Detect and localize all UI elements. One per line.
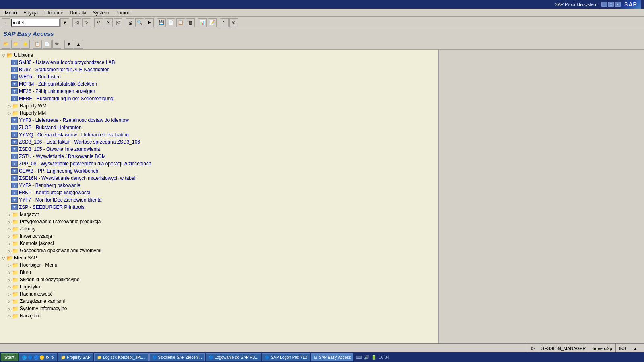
down-arrow[interactable]: ▼ xyxy=(64,40,73,49)
tree-item-przygotowanie[interactable]: ▷ 📁 Przygotowanie i sterowanie produkcja xyxy=(0,218,438,225)
magazyn-toggle[interactable]: ▷ xyxy=(6,212,12,217)
przygotowanie-toggle[interactable]: ▷ xyxy=(6,219,12,224)
tree-item-yyf7[interactable]: T YYF7 - Monitor IDoc Zamowien klienta xyxy=(0,196,438,204)
taskbar-projekty[interactable]: 📁 Projekty SAP xyxy=(58,353,93,361)
collapse-tree[interactable]: 📁 xyxy=(11,40,20,49)
zse16n-label: ZSE16N - Wyswietlanie danych materialowy… xyxy=(19,175,136,181)
tree-item-yymq[interactable]: T YYMQ - Ocena dostawców - Lleferanten e… xyxy=(0,131,438,138)
transaction-input[interactable] xyxy=(11,19,60,27)
tree-item-logistyka[interactable]: ▷ 📁 Logistyka xyxy=(0,283,438,290)
tree-item-kontrola[interactable]: ▷ 📁 Kontrola jakosci xyxy=(0,240,438,247)
menu-item-ulubione[interactable]: Ulubione xyxy=(41,9,66,16)
raporty-wm-toggle[interactable]: ▷ xyxy=(6,103,12,109)
tree-item-cewb[interactable]: T CEWB - PP: Engineering Workbench xyxy=(0,167,438,175)
tree-item-zpp08[interactable]: T ZPP_08 - Wyswietlanie potwierdzen dla … xyxy=(0,160,438,167)
tree-item-zarzadzanie[interactable]: ▷ 📁 Zarządzanie kadrami xyxy=(0,298,438,305)
taskbar-saplogon[interactable]: 🔵 SAP Logon Pad 710 xyxy=(262,353,310,361)
up-arrow[interactable]: ▲ xyxy=(74,40,83,49)
tree-item-zlop[interactable]: T ZLOP - Rukstand Lieferanten xyxy=(0,124,438,131)
tree-item-we05[interactable]: T WE05 - IDoc-Listen xyxy=(0,73,438,80)
taskbar-logistik[interactable]: 📁 Logistik-Konzept_3PL... xyxy=(94,353,149,361)
tree-item-raporty-wm[interactable]: ▷ 📁 Raporty WM xyxy=(0,102,438,109)
tree-item-zsd3105[interactable]: T ZSD3_105 - Otwarte linie zamowienia xyxy=(0,146,438,153)
kontrola-toggle[interactable]: ▷ xyxy=(6,241,12,246)
narzedzia-toggle[interactable]: ▷ xyxy=(6,313,12,319)
tree-item-narzedzia[interactable]: ▷ 📁 Narzędzia xyxy=(0,312,438,319)
tree-item-mcrm[interactable]: T MCRM - Zählpunktstatistik-Selektion xyxy=(0,80,438,88)
section-ulubione-header[interactable]: ▽ 📂 Ulubione xyxy=(0,51,438,59)
tree-item-yyfa[interactable]: T YYFA - Bensberg pakowanie xyxy=(0,182,438,189)
taskbar-szkolenie[interactable]: 🔵 Szkolenie SAP Zleceni... xyxy=(149,353,205,361)
print[interactable]: 🖨 xyxy=(126,18,134,27)
tree-item-zse16n[interactable]: T ZSE16N - Wyswietlanie danych materialo… xyxy=(0,175,438,182)
expand-tree[interactable]: 📂 xyxy=(2,40,10,49)
taskbar-easy-access[interactable]: 🖥 SAP Easy Access xyxy=(311,353,353,361)
save[interactable]: 💾 xyxy=(157,18,166,27)
menu-item-menu[interactable]: Menu xyxy=(2,9,20,16)
ulubione-toggle[interactable]: ▽ xyxy=(1,52,6,58)
restore-button[interactable]: □ xyxy=(608,2,614,7)
zakupy-toggle[interactable]: ▷ xyxy=(6,226,12,232)
gospodarka-toggle[interactable]: ▷ xyxy=(6,248,12,253)
logistyka-toggle[interactable]: ▷ xyxy=(6,284,12,290)
section-menu-sap-header[interactable]: ▽ 📂 Menu SAP xyxy=(0,254,438,261)
rachunkowosc-toggle[interactable]: ▷ xyxy=(6,291,12,297)
tree-item-zsp[interactable]: T ZSP - SEEBURGER Printtools xyxy=(0,204,438,211)
menu-item-pomoc[interactable]: Pomoc xyxy=(112,9,133,16)
nav-forward1[interactable]: ▷ xyxy=(82,18,91,27)
taskbar-app-icons[interactable]: 🌐 🔵 🌀 🟡 ♻ 🖱 xyxy=(19,353,57,361)
tree-item-skladniki[interactable]: ▷ 📁 Składniki międzyaplikacyjne xyxy=(0,276,438,283)
systemy-toggle[interactable]: ▷ xyxy=(6,306,12,311)
raporty-mm-toggle[interactable]: ▷ xyxy=(6,110,12,116)
back-button[interactable]: ← xyxy=(2,18,10,27)
refresh[interactable]: ↺ xyxy=(94,18,103,27)
skladniki-toggle[interactable]: ▷ xyxy=(6,277,12,282)
menu-item-dodatki[interactable]: Dodatki xyxy=(66,9,89,16)
cancel[interactable]: ✕ xyxy=(104,18,113,27)
create2[interactable]: 📋 xyxy=(176,18,185,27)
start-button[interactable]: Start xyxy=(1,353,18,361)
input-help[interactable]: ▼ xyxy=(60,18,69,27)
tree-item-rachunkowosc[interactable]: ▷ 📁 Rachunkowość xyxy=(0,290,438,298)
menu-item-system[interactable]: System xyxy=(89,9,112,16)
nav-first[interactable]: |◁ xyxy=(114,18,122,27)
tree-item-zsd3106[interactable]: T ZSD3_106 - Lista faktur - Wartosc sprz… xyxy=(0,138,438,146)
delete[interactable]: 🗑 xyxy=(186,18,195,27)
tree-item-mfbf[interactable]: T MFBF - Rückmeldung in der Serienfertig… xyxy=(0,95,438,102)
inwentaryzacja-toggle[interactable]: ▷ xyxy=(6,233,12,239)
biuro-toggle[interactable]: ▷ xyxy=(6,269,12,275)
tree-item-sm30[interactable]: T SM30 - Ustawienia Idoc's przychodzace … xyxy=(0,59,438,66)
tree-item-raporty-mm[interactable]: ▷ 📁 Raporty MM xyxy=(0,109,438,117)
create[interactable]: 📄 xyxy=(167,18,175,27)
tree-item-zstu[interactable]: T ZSTU - Wyswietlanie / Drukowanie BOM xyxy=(0,153,438,160)
settings[interactable]: ⚙ xyxy=(229,18,238,27)
worklist[interactable]: 📝 xyxy=(208,18,217,27)
tree-item-hoerbiger[interactable]: ▷ 📁 Hoerbiger - Menu xyxy=(0,261,438,269)
edit-btn[interactable]: ✏ xyxy=(52,40,61,49)
tree-item-mf26[interactable]: T MF26 - Zählpunktmengen anzeigen xyxy=(0,88,438,95)
tree-item-yyf3[interactable]: T YYF3 - Liefertreue - Rzetelnosc dostaw… xyxy=(0,117,438,124)
favorites[interactable]: ⭐ xyxy=(21,40,30,49)
nav-back[interactable]: ◁ xyxy=(72,18,81,27)
other-btn1[interactable]: 📋 xyxy=(33,40,42,49)
tree-item-biuro[interactable]: ▷ 📁 Biuro xyxy=(0,269,438,276)
tree-item-fbkp[interactable]: T FBKP - Konfiguracja księgowości xyxy=(0,189,438,196)
hoerbiger-toggle[interactable]: ▷ xyxy=(6,262,12,268)
help[interactable]: ? xyxy=(220,18,229,27)
find[interactable]: 🔍 xyxy=(135,18,144,27)
tree-item-systemy[interactable]: ▷ 📁 Systemy informacyjne xyxy=(0,305,438,312)
find-next[interactable]: ▶ xyxy=(145,18,154,27)
tree-item-magazyn[interactable]: ▷ 📁 Magazyn xyxy=(0,211,438,218)
other-btn2[interactable]: 📄 xyxy=(43,40,52,49)
tree-item-gospodarka[interactable]: ▷ 📁 Gospodarka opakowaniami zwrotnymi xyxy=(0,247,438,254)
zarzadzanie-toggle[interactable]: ▷ xyxy=(6,298,12,304)
tree-item-zakupy[interactable]: ▷ 📁 Zakupy xyxy=(0,225,438,232)
tree-item-inwentaryzacja[interactable]: ▷ 📁 Inwentaryzacja xyxy=(0,232,438,240)
doc-overview[interactable]: 📊 xyxy=(198,18,207,27)
menu-item-edycja[interactable]: Edycja xyxy=(20,9,41,16)
taskbar-logowanie[interactable]: 🔵 Logowanie do SAP R3... xyxy=(206,353,261,361)
close-button[interactable]: × xyxy=(615,2,621,7)
tree-item-bd87[interactable]: T BD87 - Statusmonitor für ALE-Nachricht… xyxy=(0,66,438,73)
menu-sap-toggle[interactable]: ▽ xyxy=(1,255,6,261)
minimize-button[interactable]: _ xyxy=(601,2,607,7)
